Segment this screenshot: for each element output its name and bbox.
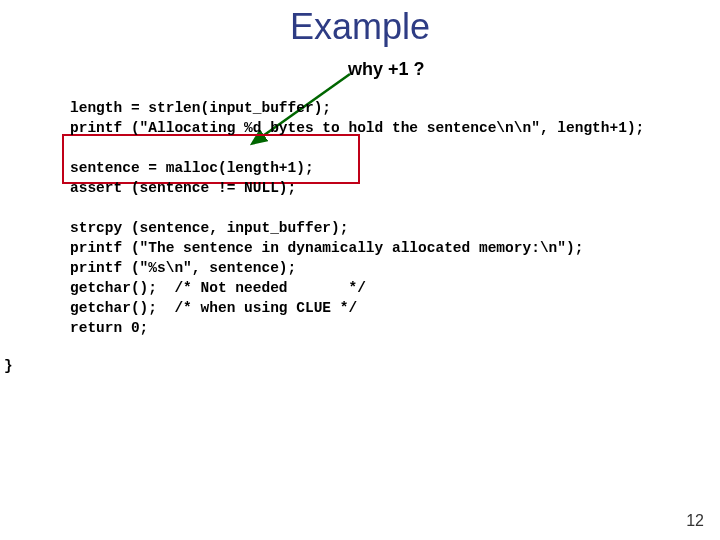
code-line: length = strlen(input_buffer); bbox=[70, 100, 331, 116]
code-closebrace: } bbox=[4, 358, 13, 374]
slide: Example why +1 ? length = strlen(input_b… bbox=[0, 0, 720, 540]
code-line: getchar(); /* when using CLUE */ bbox=[70, 300, 357, 316]
code-line: printf ("%s\n", sentence); bbox=[70, 260, 296, 276]
callout-annotation: why +1 ? bbox=[348, 59, 425, 80]
code-line: assert (sentence != NULL); bbox=[70, 180, 296, 196]
code-line: printf ("Allocating %d bytes to hold the… bbox=[70, 120, 644, 136]
code-line: return 0; bbox=[70, 320, 148, 336]
code-line: getchar(); /* Not needed */ bbox=[70, 280, 366, 296]
code-line: strcpy (sentence, input_buffer); bbox=[70, 220, 348, 236]
code-line: printf ("The sentence in dynamically all… bbox=[70, 240, 583, 256]
code-block: length = strlen(input_buffer); printf ("… bbox=[70, 78, 644, 338]
code-line: sentence = malloc(length+1); bbox=[70, 160, 314, 176]
slide-title: Example bbox=[0, 0, 720, 48]
page-number: 12 bbox=[686, 512, 704, 530]
